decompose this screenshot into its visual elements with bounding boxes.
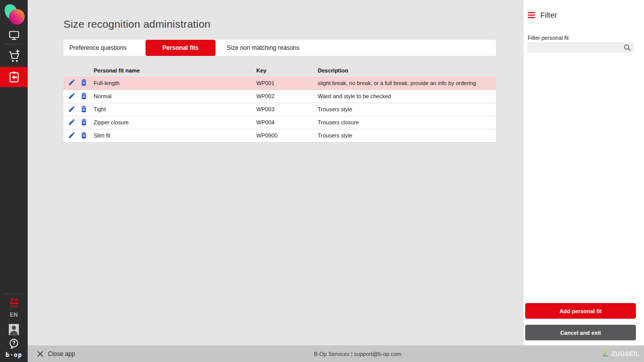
delete-row-button[interactable]	[80, 105, 88, 114]
row-actions-cell	[63, 103, 94, 116]
edit-row-button[interactable]	[68, 92, 76, 101]
cell-key: WP002	[256, 90, 318, 103]
close-app-button[interactable]: Close app	[37, 345, 75, 362]
cart-plus-icon	[7, 49, 21, 64]
svg-text:?: ?	[12, 340, 15, 346]
help-circle-icon: ?	[9, 338, 19, 349]
trash-x-icon	[80, 118, 88, 126]
row-actions-cell	[63, 129, 94, 142]
filter-field-label: Filter personal fit	[528, 35, 568, 41]
hamburger-icon[interactable]	[528, 12, 535, 18]
personal-fits-table: Personal fit name Key Description	[63, 64, 496, 142]
filter-panel: Filter Filter personal fit Add personal …	[524, 0, 644, 345]
cell-personal-fit-name: Full-length	[94, 77, 256, 90]
tab-size-non-matching-reasons[interactable]: Size non matching reasons	[216, 40, 300, 56]
filter-header: Filter	[528, 11, 557, 19]
close-x-icon	[37, 351, 43, 357]
sidebar-item-administration[interactable]	[0, 67, 28, 87]
row-actions-cell	[63, 77, 94, 90]
tab-bar: Preference questionsPersonal fitsSize no…	[63, 40, 496, 56]
row-actions-cell	[63, 90, 94, 103]
clipboard-arrow-left-icon	[8, 70, 21, 84]
add-personal-fit-button[interactable]: Add personal fit	[525, 303, 636, 319]
sidebar-item-desktop[interactable]	[0, 28, 28, 42]
table-row[interactable]: Full-length WP001 slight break, no break…	[63, 77, 496, 90]
zugseil-brand: Z ZUGSEIL	[601, 345, 639, 362]
edit-row-button[interactable]	[68, 131, 76, 140]
language-switch[interactable]: EN	[0, 312, 28, 318]
column-header-key: Key	[256, 64, 318, 77]
cell-key: WP001	[256, 77, 318, 90]
pencil-icon	[68, 118, 76, 126]
sidebar-divider	[4, 294, 24, 294]
table-row[interactable]: Tight WP003 Trousers style	[63, 103, 496, 116]
edit-row-button[interactable]	[68, 118, 76, 127]
pencil-icon	[68, 105, 76, 113]
cancel-and-exit-button[interactable]: Cancel and exit	[525, 325, 636, 340]
svg-text:Z: Z	[603, 349, 608, 358]
filter-personal-fit-input[interactable]	[527, 42, 634, 53]
cell-description: Trousers style	[318, 103, 496, 116]
pencil-icon	[68, 79, 76, 86]
tab-personal-fits[interactable]: Personal fits	[146, 40, 216, 56]
logo-circle-shape	[9, 9, 25, 25]
footer-bar: Close app B-Op Services | support@b-op.c…	[28, 345, 644, 362]
cell-description: slight break, no break, or a full break;…	[318, 77, 496, 90]
cell-personal-fit-name: Tight	[94, 103, 256, 116]
cell-description: Trousers style	[318, 129, 496, 142]
search-icon[interactable]	[623, 44, 631, 51]
table-row[interactable]: Zipper closure WP004 Trousers closure	[63, 116, 496, 129]
edit-row-button[interactable]	[68, 105, 76, 114]
bop-brand-glyph: b·op	[0, 351, 28, 358]
pencil-icon	[68, 92, 76, 100]
sidebar-item-user-switch[interactable]	[0, 297, 28, 309]
table-body: Full-length WP001 slight break, no break…	[63, 77, 496, 142]
cell-key: WP0900	[256, 129, 318, 142]
trash-x-icon	[80, 92, 88, 100]
tab-preference-questions[interactable]: Preference questions	[63, 40, 146, 56]
cell-description: Trousers closure	[318, 116, 496, 129]
monitor-icon	[8, 29, 20, 41]
delete-row-button[interactable]	[80, 118, 88, 127]
column-header-description: Description	[318, 64, 496, 77]
edit-row-button[interactable]	[68, 79, 76, 87]
sidebar: EN ? b·op	[0, 0, 28, 362]
user-avatar-icon	[9, 324, 19, 335]
actions-column-header	[63, 64, 94, 77]
app-logo[interactable]	[5, 4, 26, 26]
cell-personal-fit-name: Normal	[94, 90, 256, 103]
sidebar-divider	[4, 44, 24, 44]
filter-panel-title: Filter	[540, 11, 557, 19]
main-content: Size recognition administration Preferen…	[28, 0, 524, 345]
cell-personal-fit-name: Slim fit	[94, 129, 256, 142]
table-header-row: Personal fit name Key Description	[63, 64, 496, 77]
users-switch-icon	[8, 298, 20, 309]
table-row[interactable]: Normal WP002 Waist and style to be check…	[63, 90, 496, 103]
column-header-name: Personal fit name	[94, 64, 256, 77]
delete-row-button[interactable]	[80, 79, 88, 87]
cell-key: WP003	[256, 103, 318, 116]
sidebar-item-help[interactable]: ?	[0, 338, 28, 350]
delete-row-button[interactable]	[80, 131, 88, 140]
trash-x-icon	[80, 105, 88, 113]
trash-x-icon	[80, 131, 88, 139]
trash-x-icon	[80, 79, 88, 86]
sidebar-item-profile[interactable]	[0, 323, 28, 335]
support-text: B-Op Services | support@b-op.com	[314, 345, 401, 362]
filter-search-box	[527, 42, 634, 53]
table-row[interactable]: Slim fit WP0900 Trousers style	[63, 129, 496, 142]
z-gradient-logo: Z	[601, 349, 609, 358]
page-title: Size recognition administration	[63, 18, 210, 30]
cell-key: WP004	[256, 116, 318, 129]
sidebar-item-shop[interactable]	[0, 47, 28, 65]
row-actions-cell	[63, 116, 94, 129]
close-app-label: Close app	[48, 350, 75, 357]
cell-personal-fit-name: Zipper closure	[94, 116, 256, 129]
zugseil-brand-name: ZUGSEIL	[611, 350, 639, 357]
pencil-icon	[68, 131, 76, 139]
delete-row-button[interactable]	[80, 92, 88, 101]
cell-description: Waist and style to be checked	[318, 90, 496, 103]
